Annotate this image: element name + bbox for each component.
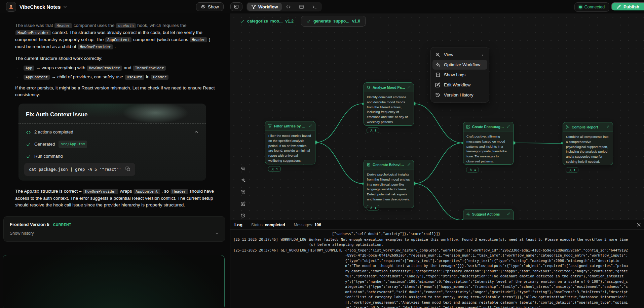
tab-terminal[interactable]: [308, 3, 321, 11]
menu-item-optimize-workflow[interactable]: Optimize Workflow: [432, 60, 487, 70]
inline-code-chip: AppContent: [134, 189, 160, 194]
log-panel[interactable]: Log Status: completed Messages: 106 ["sa…: [230, 220, 644, 308]
check-icon: [306, 19, 311, 24]
logs-icon: [241, 189, 245, 195]
view-switcher: Workflow: [247, 2, 322, 11]
status-dot: [579, 6, 582, 8]
paragraph-issue: The issue was that Header component uses…: [15, 22, 215, 50]
agent-count-badge: 1: [566, 167, 578, 173]
menu-item-label: Edit Workflow: [444, 82, 485, 87]
node-description: Craft positive, affirming messages based…: [463, 131, 513, 165]
copy-button[interactable]: [125, 166, 130, 172]
avatar[interactable]: [6, 2, 16, 12]
menu-item-version-history[interactable]: Version History: [432, 90, 487, 100]
workflow-node-suggest[interactable]: Suggest ActionsPropose gentle, actionabl…: [463, 209, 514, 220]
edit-icon: [241, 201, 245, 207]
publish-button[interactable]: Publish: [611, 2, 644, 11]
menu-item-view[interactable]: View: [432, 50, 487, 60]
log-event: WORKFLOW_LOG: [281, 237, 306, 247]
inline-code-chip: ThemeProvider: [133, 66, 166, 71]
node-edit-button[interactable]: [407, 162, 411, 167]
notes-panel: The issue was that Header component uses…: [0, 13, 230, 308]
workflow-canvas[interactable]: categorize_moo...v1.2generate_suppo...v1…: [230, 13, 644, 220]
history-tool[interactable]: [239, 211, 248, 220]
inline-code-chip: Header: [54, 23, 72, 28]
inline-code-chip: HowOneProvider: [78, 44, 113, 49]
tab-code[interactable]: [282, 3, 295, 11]
structure-list: - App → wraps everything with HowOneProv…: [16, 65, 215, 81]
chevron-down-icon: [215, 231, 219, 235]
edit-icon: [466, 125, 470, 129]
edit-tool[interactable]: [239, 199, 248, 208]
bullet-marker: -: [16, 65, 19, 71]
action-card: Fix Auth Context Issue 2 actions complet…: [18, 104, 206, 181]
pencil-icon: [606, 125, 610, 128]
check-icon: [26, 154, 31, 159]
workflow-node-create[interactable]: Create Encourageme...Craft positive, aff…: [463, 122, 514, 165]
agent-count-badge: 1: [268, 166, 281, 172]
tab-browser[interactable]: [295, 3, 308, 11]
workflow-tab[interactable]: categorize_moo...v1.2: [235, 16, 299, 27]
command-text: cat package.json | grep -A 5 '"react"': [29, 166, 121, 173]
close-icon[interactable]: [636, 222, 641, 227]
node-edit-button[interactable]: [309, 123, 312, 128]
connection-status[interactable]: Connected: [574, 2, 609, 12]
workflow-node-compile[interactable]: Compile ReportCombine all components int…: [563, 122, 613, 165]
menu-item-edit-workflow[interactable]: Edit Workflow: [432, 80, 487, 90]
text-segment: The App.tsx structure is correct –: [15, 189, 83, 194]
inline-code-chip: Header: [151, 75, 168, 80]
node-edit-button[interactable]: [606, 124, 610, 129]
note-input[interactable]: [3, 255, 225, 308]
workflow-node-analyze[interactable]: Analyze Mood PatternsIdentify dominant e…: [364, 82, 414, 126]
generated-label: Generated: [34, 141, 55, 148]
node-edit-button[interactable]: [407, 85, 411, 90]
inline-code-chip: HowOneProvider: [87, 66, 122, 71]
merge-icon: [566, 125, 570, 129]
node-edit-button[interactable]: [507, 124, 510, 129]
inline-code-chip: App: [24, 66, 34, 71]
text-segment: The issue was that: [15, 23, 54, 28]
divider: [18, 123, 206, 124]
log-content[interactable]: ["sadness","self_doubt","anxiety"]},"sco…: [230, 230, 644, 308]
menu-item-show-logs[interactable]: Show Logs: [432, 70, 487, 80]
run-command-row: Run command: [26, 153, 199, 160]
inline-code-chip: AppContent: [105, 37, 131, 42]
agent-count-badge: 1: [466, 167, 479, 172]
window-icon: [299, 4, 304, 9]
sparkles-icon: [435, 62, 440, 67]
chevron-right-icon: [481, 53, 485, 57]
card-title: Fix Auth Context Issue: [26, 111, 199, 118]
text-segment: component (which contains: [132, 37, 189, 42]
panel-toggle-button[interactable]: [230, 2, 242, 11]
publish-label: Publish: [623, 4, 639, 9]
tab-workflow[interactable]: Workflow: [247, 3, 282, 11]
show-history-label: Show history: [10, 231, 34, 236]
top-bar: VibeCheck Notes Show Workflow Connected …: [0, 0, 644, 13]
workflow-tab[interactable]: generate_suppo...v1.0: [301, 16, 366, 27]
zoom-tool[interactable]: [239, 164, 248, 173]
optimize-tool[interactable]: [239, 176, 248, 185]
list-item: - AppContent → child of providers, can s…: [16, 74, 215, 81]
menu-item-label: View: [444, 52, 477, 57]
logs-tool[interactable]: [239, 188, 248, 196]
node-title: Suggest Actions: [472, 212, 505, 216]
paragraph-conclusion: The App.tsx structure is correct – HowOn…: [15, 188, 215, 208]
node-title: Filter Entries by Period: [274, 124, 307, 128]
workspace-switcher[interactable]: VibeCheck Notes: [20, 0, 67, 13]
edit-icon: [435, 82, 440, 87]
code-icon: [286, 4, 291, 9]
workflow-node-generate[interactable]: Generate Behavioral ...Derive psychologi…: [364, 160, 414, 208]
collapse-button[interactable]: [194, 129, 199, 135]
paragraph-react: If the error persists, it might be a Rea…: [15, 85, 215, 98]
user-icon: [271, 167, 274, 171]
text-segment: → wraps everything with: [35, 65, 87, 70]
chevron-down-icon: [63, 5, 67, 9]
tab-label: categorize_moo...: [247, 19, 283, 24]
workflow-node-filter[interactable]: Filter Entries by PeriodFilter the mood …: [265, 121, 315, 164]
show-button[interactable]: Show: [196, 2, 224, 11]
workflow-edge: [315, 104, 363, 143]
node-edit-button[interactable]: [507, 211, 510, 217]
show-history-toggle[interactable]: Show history: [10, 231, 219, 236]
log-timestamp: [25-11-2025 20:37:45]: [233, 237, 278, 247]
agent-count-badge: 1: [367, 205, 379, 210]
